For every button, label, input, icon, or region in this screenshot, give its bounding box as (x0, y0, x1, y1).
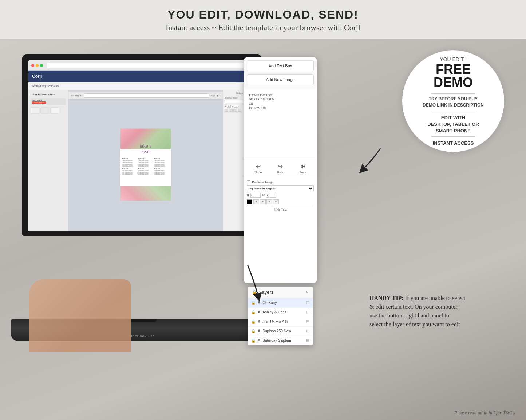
color-swatch-black[interactable] (247, 199, 252, 204)
layer-delete-1[interactable]: ⊟ (306, 310, 309, 315)
width-input[interactable] (266, 193, 276, 198)
handy-tip-text: HANDY TIP: If you are unable to select &… (369, 294, 508, 329)
redo-button[interactable]: ↪ Redo (277, 163, 284, 174)
mobile-controls: ↩ Undo ↪ Redo ⊕ Snap (244, 160, 317, 177)
align-justify-btn[interactable]: ≡ (273, 199, 279, 204)
incomplete-badge: INCOMPLETE (32, 101, 46, 104)
layer-delete-3[interactable]: ⊟ (306, 329, 309, 333)
browser-close-dot (31, 64, 34, 67)
layer-type-2: A (258, 320, 260, 324)
font-select-mobile[interactable]: Squeakland Regular (247, 185, 314, 191)
snap-icon: ⊕ (300, 163, 306, 170)
laptop-hinge (127, 319, 157, 322)
hand (29, 279, 131, 352)
align-left-btn[interactable]: ≡ (253, 199, 259, 204)
align-btn-4[interactable] (238, 109, 241, 112)
arrow-to-layers (226, 261, 269, 305)
add-image-button[interactable]: Add New Image (247, 74, 314, 85)
browser-max-dot (40, 64, 43, 67)
sidebar-item-row[interactable]: Item Row 1 INCOMPLETE (31, 98, 66, 105)
layer-name-1: Ashley & Chris (262, 310, 304, 314)
table-col-1: TABLE 1 DOROTHEA JONESDOROTHEA JONESDORO… (122, 158, 137, 167)
footer-text: Please read ad in full for T&C's (454, 410, 515, 416)
align-right-btn[interactable]: ≡ (266, 199, 272, 204)
table-col-5: TABLE 5 DOROTHEA JONESDOROTHEA JONESDORO… (138, 168, 153, 176)
demo-circle: YOU EDIT ! FREE DEMO TRY BEFORE YOU BUY … (402, 50, 504, 152)
table-col-3: TABLE 3 DOROTHEA JONESDOROTHEA JONESDORO… (154, 158, 169, 167)
macbook-label: MacBook Pro (129, 334, 155, 338)
design-preview: take aseat TABLE 1 DOROTHEA JONESDOROTHE… (120, 128, 171, 201)
main-title: YOU EDIT, DOWNLOAD, SEND! (7, 8, 519, 21)
app-content: Corjl NoorayParty Templates Order Id: 15… (28, 71, 256, 231)
layers-chevron-icon[interactable]: ∨ (306, 290, 309, 295)
table-col-4: TABLE 4 DOROTHEA JONESDOROTHEA JONESDORO… (122, 168, 137, 176)
app-nav[interactable]: NoorayParty Templates (28, 82, 256, 90)
layer-type-4: A (258, 339, 260, 343)
mobile-panel: Add Text Box Add New Image PLEASE JOIN U… (244, 57, 317, 283)
mobile-form-section: Resize as Image Squeakland Regular H: W: (244, 177, 317, 214)
table-col-2: TABLE 2 DOROTHEA JONESDOROTHEA JONESDORO… (138, 158, 153, 167)
layer-name-4: Saturday SEptem (262, 339, 304, 343)
layer-delete-4[interactable]: ⊟ (306, 338, 309, 343)
browser-min-dot (36, 64, 39, 67)
undo-icon: ↩ (254, 163, 262, 170)
snap-label: Snap (300, 171, 306, 174)
demo-edit-with: EDIT WITHDESKTOP, TABLET ORSMART PHONE (427, 115, 479, 135)
resize-checkbox[interactable] (247, 180, 250, 184)
resize-label: Resize as Image (252, 180, 273, 184)
laptop-screen-outer: Corjl NoorayParty Templates Order Id: 15… (22, 54, 262, 236)
laptop: Corjl NoorayParty Templates Order Id: 15… (11, 54, 273, 352)
layer-name-3: Supinos 250 New (262, 329, 304, 333)
design-script-text: take aseat (120, 143, 171, 155)
canvas-search[interactable] (84, 93, 209, 98)
undo-button[interactable]: ↩ Undo (254, 163, 262, 174)
align-btn-3[interactable] (233, 109, 237, 112)
add-text-button[interactable]: Add Text Box (247, 60, 314, 71)
top-banner: YOU EDIT, DOWNLOAD, SEND! Instant access… (0, 0, 526, 39)
resize-row: Resize as Image (247, 180, 314, 184)
app-canvas[interactable]: best thing d × Page 1 ▶ 1 take aseat (68, 90, 223, 231)
canvas-toolbar-text: best thing d × (71, 95, 83, 97)
layer-type-3: A (258, 329, 260, 333)
layer-lock-3: 🔒 (251, 329, 256, 333)
style-text-label: Style Text (247, 206, 314, 211)
align-btn-1[interactable] (225, 109, 228, 112)
mobile-canvas-preview: PLEASE JOIN US F OR A BRIDAL BRUN CH IN … (247, 91, 314, 157)
demo-free: FREE (436, 63, 471, 76)
thumbnail-3[interactable] (50, 107, 59, 114)
order-id: Order Id: 1509758194 (31, 93, 66, 96)
align-btns: ≡ ≡ ≡ ≡ (253, 199, 279, 204)
app-sidebar: Order Id: 1509758194 Item Row 1 INCOMPLE… (28, 90, 68, 231)
mobile-panel-header: Add Text Box Add New Image (244, 60, 317, 88)
layer-item-4[interactable]: 🔒 A Saturday SEptem ⊟ (248, 336, 313, 345)
layer-lock-1: 🔒 (251, 310, 256, 314)
browser-address-bar[interactable] (47, 63, 250, 68)
height-input[interactable] (250, 193, 261, 198)
app-main: Order Id: 1509758194 Item Row 1 INCOMPLE… (28, 90, 256, 231)
width-field: W: (262, 193, 276, 198)
layer-item-2[interactable]: 🔒 A Join Us For A B ⊟ (248, 317, 313, 327)
layer-item-3[interactable]: 🔒 A Supinos 250 New ⊟ (248, 327, 313, 336)
arrow-to-tip (351, 145, 388, 174)
try-before-text: TRY BEFORE YOU BUY (429, 96, 478, 101)
browser-chrome (28, 60, 256, 71)
demo-divider-3 (431, 136, 475, 137)
nav-breadcrumb: NoorayParty Templates (31, 84, 59, 88)
demo-instant: INSTANT ACCESS (433, 140, 474, 146)
align-center-btn[interactable]: ≡ (260, 199, 266, 204)
layer-type-1: A (258, 310, 260, 314)
snap-button[interactable]: ⊕ Snap (300, 163, 306, 174)
layer-lock-2: 🔒 (251, 320, 256, 324)
corjl-logo: Corjl (32, 74, 42, 79)
thumbnail-1[interactable] (31, 107, 39, 114)
demo-divider-2 (431, 111, 475, 111)
layer-item-1[interactable]: 🔒 A Ashley & Chris ⊟ (248, 308, 313, 317)
layer-delete-2[interactable]: ⊟ (306, 319, 309, 324)
table-grid: TABLE 1 DOROTHEA JONESDOROTHEA JONESDORO… (122, 158, 169, 175)
layer-delete-0[interactable]: ⊟ (306, 300, 309, 305)
demo-divider-1 (431, 93, 475, 94)
align-btn-2[interactable] (229, 109, 233, 112)
thumbnail-2[interactable] (40, 107, 49, 114)
color-row: ≡ ≡ ≡ ≡ (247, 199, 314, 204)
redo-label: Redo (277, 171, 284, 174)
